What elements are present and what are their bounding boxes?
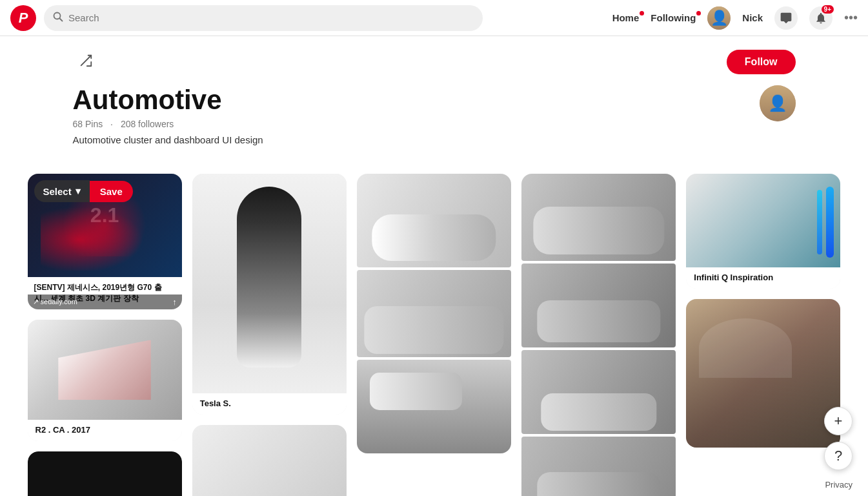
pin-car-bottom[interactable] bbox=[192, 425, 347, 496]
chevron-down-icon: ▾ bbox=[76, 185, 81, 197]
pins-grid: 2.1 Select ▾ Save ↗ sedaily.com ↑ [SENTV… bbox=[28, 174, 841, 496]
notifications-icon[interactable]: 9+ bbox=[809, 6, 833, 30]
header: P Home Following 👤 Nick bbox=[0, 0, 868, 36]
pin-label: Infiniti Q Inspiration bbox=[686, 267, 840, 289]
messages-icon[interactable] bbox=[774, 6, 798, 30]
pin-infiniti-collage[interactable] bbox=[521, 174, 676, 496]
logo-letter: P bbox=[19, 10, 28, 26]
pin-label: R2 . CA . 2017 bbox=[28, 420, 182, 441]
column-5: Infiniti Q Inspiration bbox=[686, 174, 840, 448]
save-button[interactable]: Save bbox=[90, 181, 133, 202]
search-bar bbox=[44, 5, 483, 31]
pins-area: 2.1 Select ▾ Save ↗ sedaily.com ↑ [SENTV… bbox=[15, 161, 854, 496]
svg-line-2 bbox=[81, 55, 91, 65]
user-name[interactable]: Nick bbox=[742, 12, 763, 23]
home-dot bbox=[640, 11, 644, 16]
column-4 bbox=[521, 174, 676, 496]
search-icon bbox=[53, 12, 63, 25]
select-dropdown[interactable]: Select ▾ bbox=[34, 180, 90, 202]
board-info: Automotive 68 Pins · 208 followers Autom… bbox=[73, 85, 263, 145]
pin-headlight[interactable]: R2 . CA . 2017 bbox=[28, 320, 182, 441]
privacy-label[interactable]: Privacy bbox=[825, 480, 853, 490]
pin-porsche-collage[interactable] bbox=[357, 174, 511, 453]
follow-button[interactable]: Follow bbox=[727, 50, 796, 74]
svg-line-1 bbox=[60, 18, 63, 21]
fab-area: + ? bbox=[824, 407, 853, 470]
column-3 bbox=[357, 174, 511, 453]
column-2: Tesla S. bbox=[192, 174, 347, 496]
board-header: Follow Automotive 68 Pins · 208 follower… bbox=[47, 36, 822, 145]
notifications-badge: 9+ bbox=[822, 5, 834, 14]
following-dot bbox=[696, 11, 701, 16]
board-description: Automotive cluster and dashboard UI desi… bbox=[73, 134, 263, 145]
board-title: Automotive bbox=[73, 85, 263, 115]
pin-genesis[interactable]: 2.1 Select ▾ Save ↗ sedaily.com ↑ [SENTV… bbox=[28, 174, 182, 309]
nav-home[interactable]: Home bbox=[612, 12, 640, 23]
pins-count: 68 Pins bbox=[73, 119, 103, 129]
user-avatar[interactable]: 👤 bbox=[707, 6, 731, 30]
share-pin-icon[interactable]: ↑ bbox=[172, 297, 177, 307]
pin-infiniti-detail[interactable]: Infiniti Q Inspiration bbox=[686, 174, 840, 289]
board-title-row: Automotive 68 Pins · 208 followers Autom… bbox=[73, 85, 796, 145]
fab-help[interactable]: ? bbox=[824, 442, 853, 470]
board-top-actions: Follow bbox=[73, 49, 796, 75]
pinterest-logo[interactable]: P bbox=[10, 5, 36, 31]
followers-count: 208 followers bbox=[121, 119, 174, 129]
fab-plus[interactable]: + bbox=[824, 407, 853, 435]
pin-tesla[interactable]: Tesla S. bbox=[192, 174, 347, 415]
more-options-icon[interactable]: ••• bbox=[844, 10, 858, 25]
search-input[interactable] bbox=[68, 12, 474, 23]
pin-source: ↗ sedaily.com bbox=[33, 298, 77, 306]
pin-black-car[interactable] bbox=[28, 451, 182, 496]
share-button[interactable] bbox=[73, 49, 99, 75]
nav-links: Home Following 👤 Nick 9+ ••• bbox=[612, 6, 858, 30]
pin-interior[interactable] bbox=[686, 299, 840, 448]
board-owner-avatar[interactable]: 👤 bbox=[760, 85, 796, 121]
nav-following[interactable]: Following bbox=[651, 12, 696, 23]
board-meta: 68 Pins · 208 followers bbox=[73, 119, 263, 129]
column-1: 2.1 Select ▾ Save ↗ sedaily.com ↑ [SENTV… bbox=[28, 174, 182, 496]
pin-label: Tesla S. bbox=[192, 393, 347, 415]
